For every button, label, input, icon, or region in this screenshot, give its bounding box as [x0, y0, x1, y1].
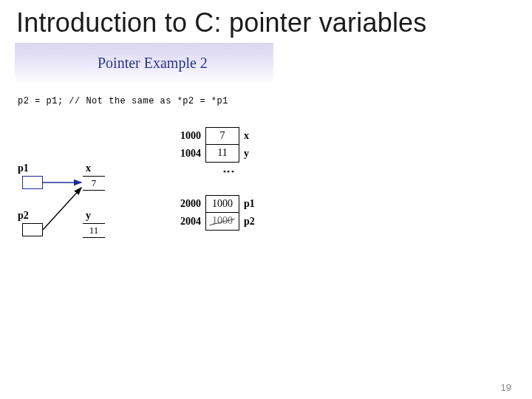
- mem-addr: 2004: [174, 213, 205, 231]
- ellipsis-icon: ⋮: [222, 166, 236, 179]
- mem-addr: 1004: [174, 145, 205, 163]
- memory-row: 1000 7 x: [174, 127, 262, 145]
- code-text: p2 = p1; // Not the same as *p2 = *p1: [18, 96, 228, 106]
- mem-addr: 2000: [174, 195, 205, 213]
- page-number: 19: [501, 382, 511, 393]
- mem-value-overwritten: 1000: [205, 213, 239, 231]
- example-header: Pointer Example 2: [15, 43, 273, 84]
- slide-title: Introduction to C: pointer variables: [0, 0, 532, 43]
- memory-row: 2004 1000 p2: [174, 213, 262, 231]
- mem-var: y: [239, 145, 262, 163]
- memory-table: 1000 7 x 1004 11 y ⋮ 2000 1000 p1 2004 1…: [174, 127, 262, 231]
- code-line: p2 = p1; // Not the same as *p2 = *p1: [13, 84, 519, 106]
- mem-value: 7: [205, 127, 239, 145]
- memory-gap: ⋮: [174, 163, 262, 195]
- mem-var: p2: [239, 213, 262, 231]
- mem-value: 1000: [205, 195, 239, 213]
- mem-addr: 1000: [174, 127, 205, 145]
- memory-row: 2000 1000 p1: [174, 195, 262, 213]
- mem-var: x: [239, 127, 262, 145]
- example-header-title: Pointer Example 2: [98, 55, 208, 72]
- pointer-arrows: [18, 158, 166, 291]
- mem-value: 11: [205, 145, 239, 163]
- content-area: Pointer Example 2 p2 = p1; // Not the sa…: [13, 43, 519, 353]
- arrow-p2-to-x: [43, 188, 81, 230]
- mem-var: p1: [239, 195, 262, 213]
- left-diagram: p1 p2 x 7 y 11: [18, 158, 166, 291]
- memory-row: 1004 11 y: [174, 145, 262, 163]
